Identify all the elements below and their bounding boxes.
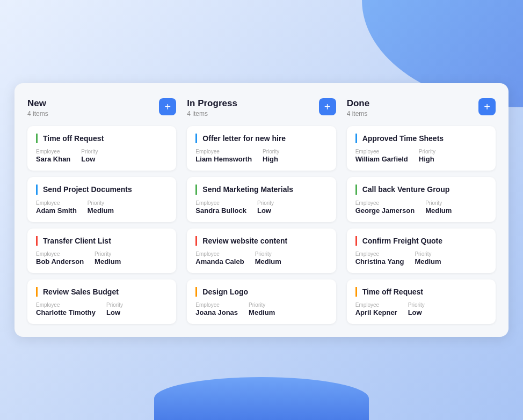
task-card[interactable]: Send Marketing MaterialsEmployeeSandra B… (187, 177, 336, 222)
priority-value: Medium (425, 207, 452, 215)
employee-label: Employee (195, 302, 238, 308)
employee-field: EmployeeSandra Bullock (195, 200, 246, 215)
priority-field: PriorityLow (257, 200, 274, 215)
card-fields: EmployeeWilliam GarfieldPriorityHigh (355, 149, 487, 163)
priority-field: PriorityMedium (249, 302, 275, 316)
employee-label: Employee (355, 251, 404, 257)
priority-field: PriorityMedium (88, 200, 114, 215)
column-header-done: Done4 items+ (347, 96, 496, 120)
priority-label: Priority (257, 200, 274, 206)
card-fields: EmployeeSara KhanPriorityLow (36, 149, 168, 163)
task-card[interactable]: Send Project DocumentsEmployeeAdam Smith… (27, 177, 176, 222)
employee-value: Amanda Caleb (195, 257, 244, 266)
card-fields: EmployeeAmanda CalebPriorityMedium (195, 251, 327, 266)
employee-value: Joana Jonas (195, 308, 238, 316)
employee-label: Employee (355, 302, 397, 308)
employee-label: Employee (36, 302, 96, 308)
card-fields: EmployeeLiam HemsworthPriorityHigh (195, 149, 327, 163)
priority-field: PriorityMedium (425, 200, 452, 215)
employee-value: George Jamerson (355, 207, 415, 215)
add-card-button-done[interactable]: + (478, 98, 496, 115)
priority-field: PriorityHigh (263, 149, 279, 163)
employee-field: EmployeeLiam Hemsworth (195, 149, 252, 163)
column-done: Done4 items+Approved Time SheetsEmployee… (347, 96, 496, 324)
employee-field: EmployeeBob Anderson (36, 251, 84, 266)
priority-label: Priority (419, 149, 435, 154)
priority-label: Priority (255, 251, 281, 257)
employee-label: Employee (355, 200, 415, 206)
column-in-progress: In Progress4 items+Offer letter for new … (187, 96, 336, 324)
card-fields: EmployeeGeorge JamersonPriorityMedium (355, 200, 487, 215)
task-card[interactable]: Offer letter for new hireEmployeeLiam He… (187, 126, 336, 171)
priority-value: Medium (415, 257, 441, 266)
column-new: New4 items+Time off RequestEmployeeSara … (27, 96, 176, 324)
column-count-in-progress: 4 items (187, 110, 237, 117)
employee-value: Sara Khan (36, 155, 70, 163)
priority-field: PriorityMedium (415, 251, 441, 266)
task-card[interactable]: Time off RequestEmployeeSara KhanPriorit… (27, 126, 176, 171)
card-title: Send Project Documents (36, 185, 168, 194)
employee-field: EmployeeAdam Smith (36, 200, 77, 215)
priority-label: Priority (249, 302, 275, 308)
card-title: Transfer Client List (36, 236, 168, 246)
employee-label: Employee (355, 149, 408, 154)
card-fields: EmployeeChristina YangPriorityMedium (355, 251, 487, 266)
priority-label: Priority (408, 302, 425, 308)
column-header-new: New4 items+ (27, 96, 176, 120)
card-fields: EmployeeBob AndersonPriorityMedium (36, 251, 168, 266)
column-title-in-progress: In Progress (187, 98, 237, 109)
card-title: Call back Venture Group (355, 185, 487, 194)
column-title-group-new: New4 items (27, 98, 48, 117)
card-title: Design Logo (195, 287, 327, 297)
employee-value: Charlotte Timothy (36, 308, 96, 316)
employee-field: EmployeeCharlotte Timothy (36, 302, 96, 316)
employee-field: EmployeeWilliam Garfield (355, 149, 408, 163)
board-container: New4 items+Time off RequestEmployeeSara … (14, 83, 509, 337)
employee-field: EmployeeAmanda Caleb (195, 251, 244, 266)
card-fields: EmployeeCharlotte TimothyPriorityLow (36, 302, 168, 316)
card-fields: EmployeeAdam SmithPriorityMedium (36, 200, 168, 215)
priority-label: Priority (106, 302, 123, 308)
priority-label: Priority (263, 149, 279, 154)
priority-value: Medium (255, 257, 281, 266)
task-card[interactable]: Call back Venture GroupEmployeeGeorge Ja… (347, 177, 496, 222)
priority-value: High (263, 155, 279, 163)
column-title-group-in-progress: In Progress4 items (187, 98, 237, 117)
employee-value: Liam Hemsworth (195, 155, 252, 163)
priority-value: Medium (95, 257, 121, 266)
card-title: Review Sales Budget (36, 287, 168, 297)
column-title-done: Done (347, 98, 370, 109)
card-title: Offer letter for new hire (195, 134, 327, 143)
task-card[interactable]: Review website contentEmployeeAmanda Cal… (187, 229, 336, 273)
column-title-group-done: Done4 items (347, 98, 370, 117)
priority-value: Low (408, 308, 425, 316)
column-title-new: New (27, 98, 48, 109)
employee-field: EmployeeChristina Yang (355, 251, 404, 266)
employee-value: April Kepner (355, 308, 397, 316)
employee-field: EmployeeJoana Jonas (195, 302, 238, 316)
priority-value: Medium (88, 207, 114, 215)
card-title: Approved Time Sheets (355, 134, 487, 143)
add-card-button-in-progress[interactable]: + (319, 98, 336, 115)
card-fields: EmployeeJoana JonasPriorityMedium (195, 302, 327, 316)
employee-label: Employee (195, 149, 252, 154)
card-title: Review website content (195, 236, 327, 246)
priority-label: Priority (415, 251, 441, 257)
task-card[interactable]: Confirm Freight QuoteEmployeeChristina Y… (347, 229, 496, 273)
task-card[interactable]: Design LogoEmployeeJoana JonasPriorityMe… (187, 279, 336, 324)
column-count-new: 4 items (27, 110, 48, 117)
priority-label: Priority (95, 251, 121, 257)
priority-value: Low (81, 155, 98, 163)
task-card[interactable]: Transfer Client ListEmployeeBob Anderson… (27, 229, 176, 273)
priority-value: Medium (249, 308, 275, 316)
priority-field: PriorityMedium (95, 251, 121, 266)
priority-field: PriorityLow (106, 302, 123, 316)
task-card[interactable]: Review Sales BudgetEmployeeCharlotte Tim… (27, 279, 176, 324)
add-card-button-new[interactable]: + (159, 98, 176, 115)
priority-field: PriorityLow (408, 302, 425, 316)
task-card[interactable]: Approved Time SheetsEmployeeWilliam Garf… (347, 126, 496, 171)
priority-value: Low (257, 207, 274, 215)
column-count-done: 4 items (347, 110, 370, 117)
task-card[interactable]: Time off RequestEmployeeApril KepnerPrio… (347, 279, 496, 324)
priority-label: Priority (81, 149, 98, 154)
